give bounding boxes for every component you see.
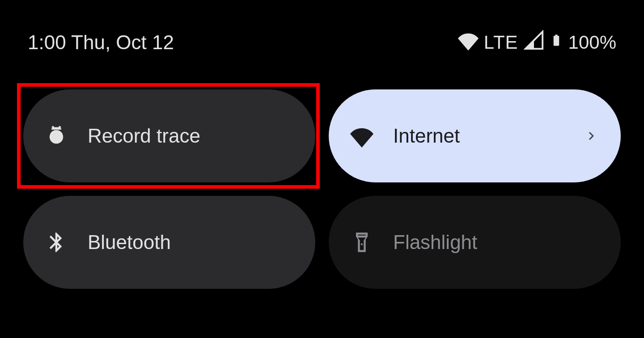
svg-point-0 xyxy=(50,130,63,144)
bluetooth-icon xyxy=(45,231,68,254)
tile-label: Internet xyxy=(393,125,564,147)
tile-bluetooth[interactable]: Bluetooth xyxy=(23,196,315,289)
tile-wrapper: Bluetooth xyxy=(23,196,315,289)
tile-wrapper: Record trace xyxy=(23,89,315,182)
tile-label: Bluetooth xyxy=(88,231,294,254)
tile-label: Flashlight xyxy=(393,231,599,254)
flashlight-icon xyxy=(350,231,373,254)
tile-wrapper: Internet xyxy=(329,89,621,182)
tile-label: Record trace xyxy=(88,125,294,147)
battery-icon xyxy=(550,30,563,55)
status-indicators: LTE 100% xyxy=(458,30,616,55)
signal-icon xyxy=(524,30,544,55)
tiles-grid: Record trace Internet Bluetooth xyxy=(23,89,621,289)
status-datetime: 1:00 Thu, Oct 12 xyxy=(28,31,174,54)
network-label: LTE xyxy=(484,32,518,53)
quick-settings-panel: Record trace Internet Bluetooth xyxy=(0,58,644,289)
wifi-icon xyxy=(458,30,479,55)
status-bar: 1:00 Thu, Oct 12 LTE 100% xyxy=(0,0,644,58)
battery-percent: 100% xyxy=(568,32,616,53)
chevron-right-icon xyxy=(583,128,599,144)
tile-wrapper: Flashlight xyxy=(329,196,621,289)
tile-record-trace[interactable]: Record trace xyxy=(23,89,315,182)
wifi-icon xyxy=(350,124,373,148)
bug-icon xyxy=(45,124,68,148)
tile-internet[interactable]: Internet xyxy=(329,89,621,182)
tile-flashlight[interactable]: Flashlight xyxy=(329,196,621,289)
